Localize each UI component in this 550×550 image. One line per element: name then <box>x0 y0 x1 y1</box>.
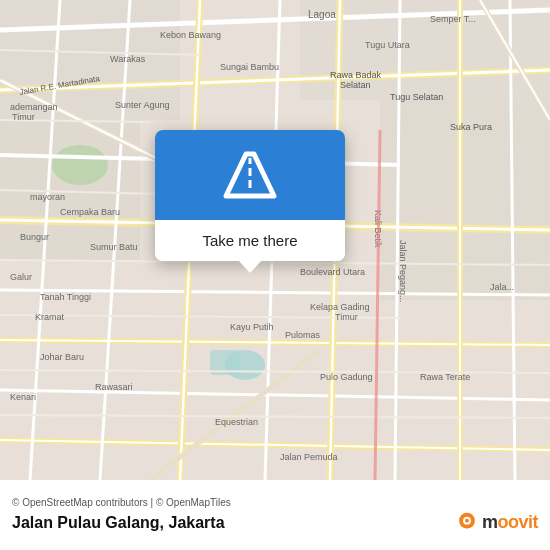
svg-point-87 <box>465 518 469 522</box>
moovit-brand-text: moovit <box>482 512 538 533</box>
svg-text:Jalan Pegang...: Jalan Pegang... <box>398 240 408 303</box>
svg-text:Kenari: Kenari <box>10 392 36 402</box>
svg-text:Kebon Bawang: Kebon Bawang <box>160 30 221 40</box>
svg-text:Galur: Galur <box>10 272 32 282</box>
svg-text:Selatan: Selatan <box>340 80 371 90</box>
moovit-logo: moovit <box>456 512 538 534</box>
svg-text:Boulevard Utara: Boulevard Utara <box>300 267 365 277</box>
svg-text:Cempaka Baru: Cempaka Baru <box>60 207 120 217</box>
svg-text:Rawasari: Rawasari <box>95 382 133 392</box>
location-popup: Take me there <box>155 130 345 261</box>
svg-text:Jalan Pemuda: Jalan Pemuda <box>280 452 338 462</box>
svg-text:Pulo Gadung: Pulo Gadung <box>320 372 373 382</box>
popup-icon-background <box>155 130 345 220</box>
svg-text:Suka Pura: Suka Pura <box>450 122 492 132</box>
svg-text:Timur: Timur <box>335 312 358 322</box>
svg-text:Bungur: Bungur <box>20 232 49 242</box>
take-me-there-button[interactable]: Take me there <box>155 220 345 261</box>
svg-text:Tanah Tinggi: Tanah Tinggi <box>40 292 91 302</box>
svg-text:Semper T...: Semper T... <box>430 14 476 24</box>
bottom-bar: © OpenStreetMap contributors | © OpenMap… <box>0 480 550 550</box>
svg-text:Timur: Timur <box>12 112 35 122</box>
road-icon <box>218 148 282 206</box>
svg-text:Tugu Utara: Tugu Utara <box>365 40 410 50</box>
moovit-pin-icon <box>456 512 478 534</box>
svg-text:Kelapa Gading: Kelapa Gading <box>310 302 370 312</box>
svg-point-5 <box>52 145 108 185</box>
svg-text:Sungai Bambu: Sungai Bambu <box>220 62 279 72</box>
svg-text:Warakas: Warakas <box>110 54 146 64</box>
svg-text:Kramat: Kramat <box>35 312 65 322</box>
svg-text:Kayu Putih: Kayu Putih <box>230 322 274 332</box>
map-view: Lagoa Semper T... Kebon Bawang Tugu Utar… <box>0 0 550 480</box>
svg-text:Tugu Selatan: Tugu Selatan <box>390 92 443 102</box>
svg-text:Rawa Badak: Rawa Badak <box>330 70 382 80</box>
svg-text:mayoran: mayoran <box>30 192 65 202</box>
svg-text:Sumur Batu: Sumur Batu <box>90 242 138 252</box>
svg-text:Lagoa: Lagoa <box>308 9 336 20</box>
location-row: Jalan Pulau Galang, Jakarta moovit <box>12 512 538 534</box>
svg-text:Jala...: Jala... <box>490 282 514 292</box>
svg-text:Equestrian: Equestrian <box>215 417 258 427</box>
svg-text:ademangan: ademangan <box>10 102 58 112</box>
svg-text:Johar Baru: Johar Baru <box>40 352 84 362</box>
svg-text:Rawa Terate: Rawa Terate <box>420 372 470 382</box>
svg-text:Sunter Agung: Sunter Agung <box>115 100 170 110</box>
location-name: Jalan Pulau Galang, Jakarta <box>12 514 225 532</box>
map-attribution: © OpenStreetMap contributors | © OpenMap… <box>12 497 538 508</box>
svg-text:Pulomas: Pulomas <box>285 330 321 340</box>
